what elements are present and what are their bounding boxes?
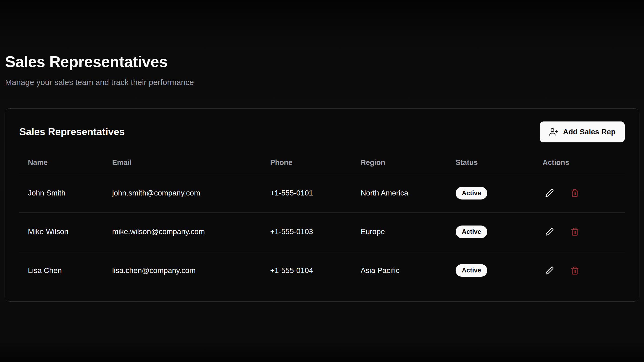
email-cell: mike.wilson@company.com xyxy=(104,212,262,251)
actions-cell xyxy=(534,212,625,251)
pencil-icon xyxy=(545,189,554,197)
trash-icon xyxy=(570,227,579,236)
column-header-email: Email xyxy=(104,157,262,174)
user-plus-icon xyxy=(549,127,558,136)
trash-icon xyxy=(570,266,579,275)
phone-cell: +1-555-0101 xyxy=(262,174,352,212)
sales-reps-table: Name Email Phone Region Status Actions J… xyxy=(19,157,625,290)
region-cell: Asia Pacific xyxy=(352,251,447,290)
page-header: Sales Representatives Manage your sales … xyxy=(5,0,639,87)
phone-cell: +1-555-0103 xyxy=(262,212,352,251)
edit-button[interactable] xyxy=(543,264,557,278)
trash-icon xyxy=(570,189,579,197)
column-header-actions: Actions xyxy=(534,157,625,174)
name-cell: John Smith xyxy=(19,174,104,212)
page: Sales Representatives Manage your sales … xyxy=(0,0,644,302)
card-header: Sales Representatives Add Sales Rep xyxy=(19,121,625,142)
status-badge: Active xyxy=(456,187,487,200)
status-cell: Active xyxy=(447,212,534,251)
status-cell: Active xyxy=(447,174,534,212)
page-title: Sales Representatives xyxy=(5,53,639,70)
name-cell: Lisa Chen xyxy=(19,251,104,290)
status-badge: Active xyxy=(456,226,487,238)
column-header-status: Status xyxy=(447,157,534,174)
column-header-name: Name xyxy=(19,157,104,174)
add-sales-rep-button-label: Add Sales Rep xyxy=(563,128,616,136)
edit-button[interactable] xyxy=(543,225,557,239)
pencil-icon xyxy=(545,227,554,236)
email-cell: john.smith@company.com xyxy=(104,174,262,212)
add-sales-rep-button[interactable]: Add Sales Rep xyxy=(540,121,625,142)
table-row: Lisa Chen lisa.chen@company.com +1-555-0… xyxy=(19,251,625,290)
delete-button[interactable] xyxy=(568,225,582,239)
actions-cell xyxy=(534,174,625,212)
status-badge: Active xyxy=(456,264,487,277)
page-subtitle: Manage your sales team and track their p… xyxy=(5,78,639,87)
region-cell: North America xyxy=(352,174,447,212)
phone-cell: +1-555-0104 xyxy=(262,251,352,290)
sales-representatives-card: Sales Representatives Add Sales Rep xyxy=(5,108,639,302)
pencil-icon xyxy=(545,266,554,275)
table-row: Mike Wilson mike.wilson@company.com +1-5… xyxy=(19,212,625,251)
delete-button[interactable] xyxy=(568,186,582,200)
email-cell: lisa.chen@company.com xyxy=(104,251,262,290)
status-cell: Active xyxy=(447,251,534,290)
region-cell: Europe xyxy=(352,212,447,251)
table-row: John Smith john.smith@company.com +1-555… xyxy=(19,174,625,212)
column-header-phone: Phone xyxy=(262,157,352,174)
column-header-region: Region xyxy=(352,157,447,174)
actions-cell xyxy=(534,251,625,290)
card-title: Sales Representatives xyxy=(19,126,125,138)
name-cell: Mike Wilson xyxy=(19,212,104,251)
table-header-row: Name Email Phone Region Status Actions xyxy=(19,157,625,174)
edit-button[interactable] xyxy=(543,186,557,200)
delete-button[interactable] xyxy=(568,264,582,278)
